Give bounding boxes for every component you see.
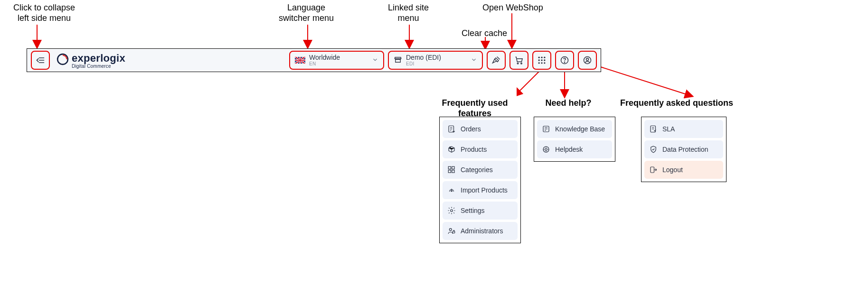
svg-point-21 <box>541 62 542 64</box>
panel-need-help: Knowledge BaseHelpdesk <box>534 117 615 162</box>
freq-item-categories[interactable]: Categories <box>443 161 518 179</box>
chevron-down-icon <box>471 56 477 64</box>
arrow <box>31 25 46 48</box>
apps-grid-button[interactable] <box>532 51 551 70</box>
broom-icon <box>491 55 501 65</box>
svg-point-19 <box>544 59 545 61</box>
svg-point-17 <box>538 59 540 61</box>
chevron-down-icon <box>372 56 378 64</box>
svg-point-14 <box>538 57 540 58</box>
language-label: Worldwide <box>309 54 340 61</box>
user-menu-button[interactable] <box>578 51 597 70</box>
svg-point-24 <box>564 62 565 63</box>
annot-need-help: Need help? <box>540 98 597 109</box>
annot-collapse: Click to collapseleft side menu <box>4 3 85 23</box>
svg-line-7 <box>592 64 689 95</box>
app-header: experlogix Digital Commerce Worldwide EN… <box>27 48 601 72</box>
brand-logo: experlogix Digital Commerce <box>57 52 125 69</box>
language-switcher[interactable]: Worldwide EN <box>289 51 384 70</box>
faq-item-logout[interactable]: Logout <box>644 161 723 179</box>
user-icon <box>583 55 592 65</box>
arrow <box>302 25 316 48</box>
site-code: EDI <box>406 61 441 66</box>
freq-item-label: Settings <box>461 207 485 214</box>
kb-icon <box>542 125 550 133</box>
help-item-label: Knowledge Base <box>555 125 605 133</box>
svg-point-26 <box>586 58 589 61</box>
arrow <box>559 71 573 99</box>
svg-line-5 <box>517 71 539 94</box>
cart-icon <box>514 55 524 65</box>
logout-icon <box>649 165 658 174</box>
annot-language: Languageswitcher menu <box>273 3 340 23</box>
site-label: Demo (EDI) <box>406 54 441 61</box>
sla-icon <box>649 125 658 133</box>
uk-flag-icon <box>295 57 305 64</box>
help-item-label: Helpdesk <box>555 146 583 153</box>
admins-icon <box>447 227 456 235</box>
annot-open-webshop: Open WebShop <box>475 3 551 13</box>
settings-icon <box>447 206 456 215</box>
help-button[interactable] <box>555 51 574 70</box>
freq-item-label: Products <box>461 146 487 153</box>
annot-clear-cache: Clear cache <box>456 28 513 39</box>
svg-point-16 <box>544 57 545 58</box>
faq-item-sla[interactable]: SLA <box>644 120 723 138</box>
faq-item-label: Data Protection <box>662 146 708 153</box>
freq-item-label: Categories <box>461 166 493 174</box>
svg-point-13 <box>521 63 522 64</box>
logo-mark-icon <box>57 53 69 67</box>
clear-cache-button[interactable] <box>487 51 506 70</box>
freq-item-import[interactable]: Import Products <box>443 181 518 199</box>
collapse-icon <box>36 55 45 65</box>
faq-item-label: SLA <box>662 125 675 133</box>
grid-icon <box>537 55 547 65</box>
annot-freq-features: Frequently used features <box>425 98 525 119</box>
faq-item-dp[interactable]: Data Protection <box>644 140 723 158</box>
brand-name: experlogix <box>72 52 125 64</box>
dp-icon <box>649 145 658 154</box>
language-code: EN <box>309 61 340 66</box>
arrow <box>517 71 545 99</box>
arrow <box>592 64 696 101</box>
freq-item-orders[interactable]: Orders <box>443 120 518 138</box>
help-icon <box>560 55 569 65</box>
freq-item-label: Administrators <box>461 227 503 235</box>
svg-point-20 <box>538 62 540 64</box>
freq-item-label: Import Products <box>461 186 508 194</box>
svg-point-15 <box>541 57 542 58</box>
freq-item-settings[interactable]: Settings <box>443 202 518 220</box>
faq-item-label: Logout <box>662 166 683 174</box>
annot-faq: Frequently asked questions <box>617 98 736 109</box>
freq-item-label: Orders <box>461 125 481 133</box>
help-item-helpdesk[interactable]: Helpdesk <box>537 140 612 158</box>
panel-faq: SLAData ProtectionLogout <box>641 117 726 182</box>
store-icon <box>394 55 402 65</box>
import-icon <box>447 186 456 194</box>
open-webshop-button[interactable] <box>509 51 528 70</box>
freq-item-products[interactable]: Products <box>443 140 518 158</box>
annot-linked-site: Linked sitemenu <box>380 3 437 23</box>
freq-item-admins[interactable]: Administrators <box>443 222 518 240</box>
categories-icon <box>447 165 456 174</box>
arrow <box>480 37 494 49</box>
svg-point-22 <box>544 62 545 64</box>
svg-point-18 <box>541 59 542 61</box>
orders-icon <box>447 125 456 133</box>
collapse-menu-button[interactable] <box>31 51 50 70</box>
help-item-kb[interactable]: Knowledge Base <box>537 120 612 138</box>
panel-frequently-used: OrdersProductsCategoriesImport ProductsS… <box>439 117 521 243</box>
linked-site-switcher[interactable]: Demo (EDI) EDI <box>388 51 483 70</box>
svg-point-12 <box>517 63 519 64</box>
helpdesk-icon <box>542 145 550 154</box>
arrow <box>404 25 418 48</box>
products-icon <box>447 145 456 154</box>
